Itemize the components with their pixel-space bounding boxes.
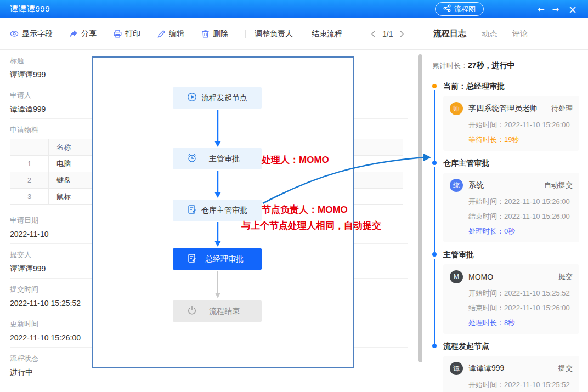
tab-process-log[interactable]: 流程日志 (433, 29, 466, 39)
entry-line: 结束时间：2022-11-10 15:26:00 (468, 212, 573, 221)
row-index: 1 (10, 156, 49, 172)
pencil-icon (157, 30, 166, 38)
log-entry-manager: 主管审批 M MOMO 提交 开始时间：2022-11-10 15:25:52 … (432, 250, 579, 334)
window-header: 谭谭谭999 流程图 ← → × (0, 0, 588, 18)
node-label: 流程发起节点 (197, 93, 262, 103)
avatar: 师 (450, 102, 463, 115)
document-edit-icon (187, 253, 197, 265)
entry-line: 开始时间：2022-11-10 15:26:00 (468, 120, 573, 130)
entry-card: 谭 谭谭谭999 提交 开始时间：2022-11-10 15:25:52 结束时… (443, 356, 579, 392)
workflow-icon (443, 4, 451, 14)
share-icon (70, 30, 78, 38)
entry-card: M MOMO 提交 开始时间：2022-11-10 15:25:52 结束时间：… (443, 264, 579, 334)
workflow-detail-window: 谭谭谭999 流程图 ← → × 显示字段 (0, 0, 588, 392)
timeline-dot (432, 252, 437, 257)
index-header (10, 139, 49, 156)
tab-comments[interactable]: 评论 (512, 29, 528, 39)
entry-card: 师 李四系统管理员老师 待处理 开始时间：2022-11-10 15:26:00… (443, 96, 579, 151)
entry-line: 处理时长：8秒 (468, 318, 573, 328)
page-indicator: 1/1 (382, 30, 393, 38)
node-process-end[interactable]: 流程结束 (173, 300, 262, 322)
summary-status: ，进行中 (484, 61, 515, 70)
trash-icon (201, 30, 210, 38)
node-label: 总经理审批 (197, 254, 262, 264)
window-title: 谭谭谭999 (10, 4, 50, 14)
entry-line: 开始时间：2022-11-10 15:26:00 (468, 197, 573, 207)
printer-icon (114, 30, 122, 38)
prev-page-icon[interactable] (371, 30, 376, 38)
node-manager-approval[interactable]: 主管审批 (173, 148, 262, 169)
node-warehouse-approval[interactable]: 仓库主管审批 (173, 200, 262, 221)
entry-action: 提交 (558, 272, 573, 282)
entry-line: 结束时间：2022-11-10 15:26:00 (468, 303, 573, 313)
node-label: 主管审批 (197, 154, 262, 164)
log-timeline: 当前：总经理审批 师 李四系统管理员老师 待处理 开始时间：2022-11-10… (432, 82, 579, 392)
edit-button[interactable]: 编辑 (157, 29, 184, 39)
annotation-auto-submit: 与上个节点处理人相同，自动提交 (241, 219, 381, 232)
entry-user-name: 系统 (468, 180, 544, 190)
log-entry-current: 当前：总经理审批 师 李四系统管理员老师 待处理 开始时间：2022-11-10… (432, 82, 579, 151)
delete-label: 删除 (213, 29, 228, 39)
entry-title: 主管审批 (443, 250, 579, 259)
annotation-handler: 处理人：MOMO (262, 154, 329, 166)
pagination: 1/1 (371, 30, 404, 38)
avatar: 谭 (450, 362, 463, 375)
row-index: 2 (10, 172, 49, 189)
timeline-dot (432, 84, 437, 88)
entry-line: 等待时长：19秒 (468, 135, 573, 145)
summary-label: 累计时长： (432, 61, 468, 70)
log-entry-start: 流程发起节点 谭 谭谭谭999 提交 开始时间：2022-11-10 15:25… (432, 342, 579, 392)
close-icon[interactable]: × (568, 0, 577, 18)
tab-activity[interactable]: 动态 (482, 29, 497, 39)
panel-divider (423, 18, 423, 392)
eye-icon (10, 30, 19, 38)
alarm-clock-icon (187, 153, 197, 165)
nav-forward-icon[interactable]: → (552, 4, 559, 14)
entry-line: 开始时间：2022-11-10 15:25:52 (468, 288, 573, 298)
entry-title: 流程发起节点 (443, 342, 579, 350)
entry-user-name: 谭谭谭999 (468, 363, 558, 373)
document-edit-icon (187, 204, 197, 217)
print-label: 打印 (125, 29, 140, 39)
delete-button[interactable]: 删除 (201, 29, 228, 39)
share-button[interactable]: 分享 (70, 29, 97, 39)
vertical-scrollbar[interactable] (418, 54, 422, 362)
log-entry-warehouse: 仓库主管审批 统 系统 自动提交 开始时间：2022-11-10 15:26:0… (432, 158, 579, 242)
timeline-dot (432, 161, 437, 165)
process-log-panel: 累计时长：27秒，进行中 当前：总经理审批 师 李四系统管理员老师 待处理 开始… (423, 50, 588, 392)
entry-card: 统 系统 自动提交 开始时间：2022-11-10 15:26:00 结束时间：… (443, 173, 579, 242)
timeline-dot (432, 344, 437, 348)
entry-title: 当前：总经理审批 (443, 82, 579, 90)
node-label: 仓库主管审批 (197, 206, 262, 215)
avatar: 统 (450, 179, 463, 192)
node-gm-approval[interactable]: 总经理审批 (173, 248, 262, 270)
print-button[interactable]: 打印 (114, 29, 140, 39)
show-fields-button[interactable]: 显示字段 (10, 29, 53, 39)
play-circle-icon (187, 92, 197, 104)
entry-user-name: MOMO (468, 272, 558, 281)
log-summary: 累计时长：27秒，进行中 (432, 61, 579, 71)
node-label: 流程结束 (197, 306, 262, 316)
toolbar: 显示字段 分享 打印 编 (0, 18, 423, 50)
edit-label: 编辑 (169, 29, 184, 39)
summary-duration: 27秒 (468, 61, 484, 70)
toolbar-divider (245, 30, 246, 38)
entry-action: 自动提交 (544, 180, 573, 190)
adjust-assignee-button[interactable]: 调整负责人 (255, 29, 293, 39)
row-index: 3 (10, 189, 49, 205)
field-value: 进行中 (10, 367, 408, 378)
entry-action: 待处理 (551, 104, 573, 113)
node-process-start[interactable]: 流程发起节点 (173, 87, 262, 109)
show-fields-label: 显示字段 (22, 29, 53, 39)
share-label: 分享 (81, 29, 97, 39)
flowchart-toggle-button[interactable]: 流程图 (435, 2, 484, 16)
entry-line: 开始时间：2022-11-10 15:25:52 (468, 380, 573, 390)
next-page-icon[interactable] (399, 30, 404, 38)
entry-line: 处理时长：0秒 (468, 226, 573, 236)
entry-user-name: 李四系统管理员老师 (468, 104, 551, 113)
power-icon (187, 305, 197, 317)
end-process-button[interactable]: 结束流程 (312, 29, 342, 39)
nav-back-icon[interactable]: ← (538, 4, 545, 14)
log-tabs: 流程日志 动态 评论 (423, 18, 588, 50)
entry-title: 仓库主管审批 (443, 158, 579, 167)
